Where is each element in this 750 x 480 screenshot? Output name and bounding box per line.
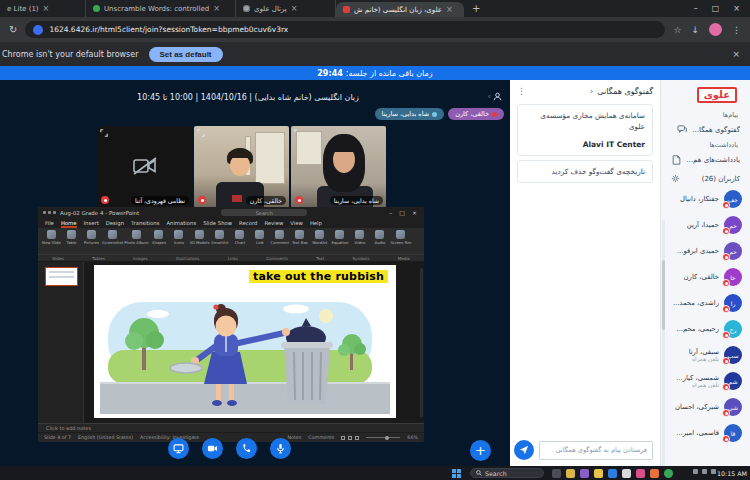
ribbon-button[interactable]: New Slide [42, 230, 61, 245]
fullscreen-icon[interactable] [197, 129, 205, 137]
fullscreen-icon[interactable] [100, 129, 108, 137]
speaker-pill[interactable]: خالقی، کارن [448, 108, 504, 120]
ppt-close-button[interactable]: × [412, 209, 417, 216]
user-list-item[interactable]: شی شیرکی، احسان [661, 394, 750, 420]
ppt-menu-tab[interactable]: Review [264, 220, 283, 226]
ribbon-button[interactable]: Video [350, 230, 369, 245]
user-list-item[interactable]: سب سبقی، آرتا تلفن همراه [661, 342, 750, 368]
actions-plus-button[interactable]: + [470, 440, 491, 461]
user-list-item[interactable]: رح رحیمی، محم... [661, 316, 750, 342]
chat-collapse-icon[interactable]: ‹ [590, 86, 594, 96]
user-list-item[interactable]: جف جفتکار، دانیال [661, 186, 750, 212]
zoom-level[interactable]: 66% [407, 435, 418, 440]
reload-icon[interactable]: ↻ [9, 24, 17, 35]
user-list-item[interactable]: حم حمیدا، آرین [661, 212, 750, 238]
ppt-search-box[interactable]: Search [221, 209, 307, 216]
profile-avatar[interactable] [709, 23, 722, 36]
window-close-button[interactable]: × [733, 4, 740, 13]
audio-join-button[interactable] [236, 438, 257, 459]
tab-close-icon[interactable]: × [43, 4, 50, 13]
view-mode-icons[interactable] [341, 436, 359, 440]
ribbon-button[interactable]: Shapes [149, 230, 168, 245]
browser-menu-icon[interactable]: ⋮ [732, 25, 741, 35]
ribbon-button[interactable]: Pictures [82, 230, 101, 245]
user-list-item[interactable]: شم شمسی، کیار... تلفن همراه [661, 368, 750, 394]
firefox-icon[interactable] [650, 469, 659, 478]
photos-icon[interactable] [636, 469, 645, 478]
download-icon[interactable]: ↓ [691, 25, 699, 35]
ppt-scrollbar[interactable] [420, 268, 423, 417]
webcam-tile-2[interactable]: خالقی، کارن [194, 126, 289, 208]
bookmark-star-icon[interactable]: ☆ [673, 25, 681, 35]
microphone-button[interactable] [270, 438, 291, 459]
user-list-item[interactable]: قا قاسمی، امیر... [661, 420, 750, 446]
ppt-menu-tab[interactable]: Animations [166, 220, 196, 226]
start-button-icon[interactable] [452, 469, 461, 478]
screenshare-button[interactable] [168, 438, 189, 459]
tab-close-icon[interactable]: × [213, 4, 220, 13]
fullscreen-icon[interactable] [294, 129, 302, 137]
ribbon-button[interactable]: Comment [270, 230, 289, 245]
system-tray[interactable] [693, 469, 716, 474]
ribbon-button[interactable]: Chart [230, 230, 249, 245]
gear-icon[interactable] [671, 174, 680, 183]
folder-icon[interactable] [594, 469, 603, 478]
media-player-icon[interactable] [580, 469, 589, 478]
task-view-icon[interactable] [552, 469, 561, 478]
ribbon-button[interactable]: Photo Album [124, 230, 148, 245]
ribbon-button[interactable]: 3D Models [189, 230, 209, 245]
browser-tab-active[interactable]: علوی، زبان انگلیسی (خانم ش × [336, 2, 464, 17]
ppt-menu-tab[interactable]: Insert [84, 220, 99, 226]
set-as-default-button[interactable]: Set as default [149, 47, 223, 62]
comments-toggle[interactable]: Comments [308, 435, 334, 440]
ribbon-button[interactable]: SmartArt [210, 230, 229, 245]
ppt-menu-tab[interactable]: File [45, 220, 54, 226]
edge-icon[interactable] [608, 469, 617, 478]
banner-close-icon[interactable]: × [732, 49, 740, 59]
ribbon-button[interactable]: Text Box [290, 230, 309, 245]
ppt-menu-tab[interactable]: Help [310, 220, 322, 226]
browser-tab-2[interactable]: Unscramble Words: controlled × [86, 0, 236, 17]
ribbon-button[interactable]: Screen Rec [390, 230, 411, 245]
window-maximize-button[interactable]: □ [712, 4, 720, 13]
address-bar[interactable]: 1624.6426.ir/html5client/join?sessionTok… [25, 21, 665, 38]
ppt-maximize-button[interactable]: □ [399, 209, 405, 216]
zoom-slider[interactable] [366, 437, 400, 438]
ppt-thumbnail-pane[interactable] [38, 262, 84, 423]
user-list-item[interactable]: حم حمیدی ابرقو... [661, 238, 750, 264]
taskbar-search[interactable]: Search [470, 468, 544, 478]
tab-close-icon[interactable]: × [291, 4, 298, 13]
ppt-menu-tab[interactable]: Record [239, 220, 257, 226]
webcam-button[interactable] [202, 438, 223, 459]
taskbar-clock[interactable]: 10:15 AM [717, 466, 747, 480]
sidebar-item-shared-notes[interactable]: یادداشت‌های هم... [661, 151, 750, 169]
ribbon-button[interactable]: Screenshot [102, 230, 123, 245]
user-list-item[interactable]: خا خالقی، کارن [661, 264, 750, 290]
ppt-menu-tab[interactable]: Design [106, 220, 124, 226]
ppt-menu-tab[interactable]: Home [61, 220, 77, 226]
webcam-tile-1[interactable]: نظامی فهرودی، آتنا [97, 126, 192, 208]
browser-tab-1[interactable]: e Lite (1) × [0, 0, 86, 17]
file-explorer-icon[interactable] [566, 469, 575, 478]
window-minimize-button[interactable]: – [694, 4, 698, 13]
store-icon[interactable] [622, 469, 631, 478]
ppt-menu-tab[interactable]: View [290, 220, 303, 226]
ppt-notes-bar[interactable]: Click to add notes [38, 423, 424, 432]
speaker-pill[interactable]: شاه بدایی، سارینا [375, 108, 445, 120]
chat-options-icon[interactable]: ⋮ [517, 86, 526, 96]
ribbon-button[interactable]: Audio [370, 230, 389, 245]
ribbon-button[interactable]: Table [62, 230, 81, 245]
language-status[interactable]: English (United States) [78, 435, 133, 440]
tab-close-icon[interactable]: × [446, 5, 453, 14]
ribbon-button[interactable]: Equation [330, 230, 349, 245]
sidebar-item-public-chat[interactable]: گفتوگوی همگا... [661, 121, 750, 138]
participants-toggle[interactable]: ‹ [487, 91, 502, 101]
slide-thumbnail[interactable] [45, 267, 78, 286]
webcam-tile-3[interactable]: شاه بدایی، سارینا [291, 126, 386, 208]
ribbon-button[interactable]: Link [250, 230, 269, 245]
ppt-minimize-button[interactable]: – [389, 209, 392, 216]
ppt-menu-tab[interactable]: Transitions [131, 220, 159, 226]
userlist-scrollbar[interactable] [662, 220, 665, 466]
browser-tab-3[interactable]: پرتال علوی × [236, 0, 336, 17]
ribbon-button[interactable]: Icons [169, 230, 188, 245]
